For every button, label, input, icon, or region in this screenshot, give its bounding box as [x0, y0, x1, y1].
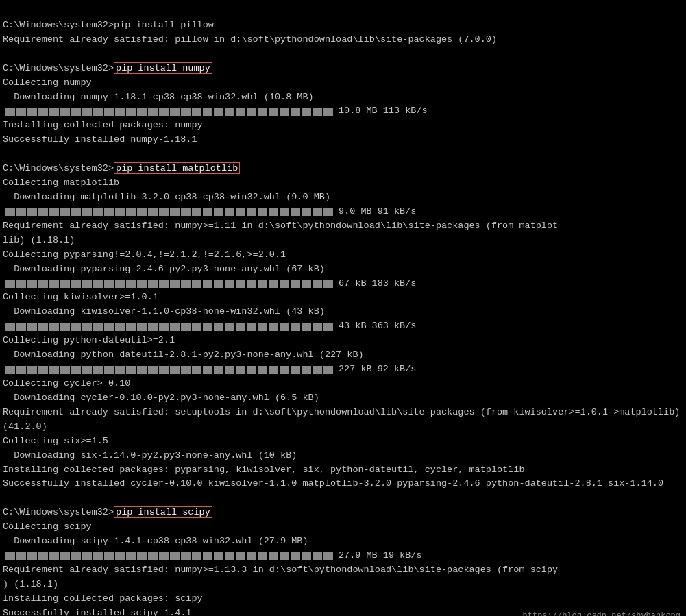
progress-segment: [203, 280, 212, 288]
progress-segment: [280, 552, 289, 560]
progress-segment: [291, 208, 300, 216]
progress-segment: [225, 366, 234, 374]
progress-segment: [214, 552, 223, 560]
progress-segment: [236, 323, 245, 331]
progress-segment: [323, 280, 333, 288]
progress-segment: [181, 280, 191, 288]
progress-segment: [104, 323, 114, 331]
progress-segment: [214, 208, 223, 216]
progress-segment: [104, 208, 114, 216]
progress-segment: [170, 208, 180, 216]
progress-segment: [181, 208, 191, 216]
progress-segment: [214, 323, 223, 331]
progress-segment: [71, 323, 81, 331]
progress-segment: [181, 552, 191, 560]
progress-segment: [159, 108, 169, 116]
progress-segment: [115, 280, 125, 288]
progress-segment: [291, 323, 300, 331]
progress-segment: [137, 366, 147, 374]
progress-bar-row: 27.9 MB 19 kB/s: [5, 549, 683, 563]
progress-segment: [203, 366, 212, 374]
progress-segment: [148, 280, 158, 288]
progress-segment: [60, 366, 70, 374]
progress-segment: [82, 208, 92, 216]
progress-segment: [203, 108, 212, 116]
progress-segment: [5, 208, 15, 216]
progress-segment: [5, 552, 15, 560]
progress-segment: [280, 280, 289, 288]
progress-segment: [236, 552, 245, 560]
progress-segment: [225, 108, 234, 116]
progress-segment: [159, 552, 169, 560]
progress-segment: [280, 208, 289, 216]
progress-segment: [71, 208, 81, 216]
progress-segment: [192, 323, 201, 331]
progress-segment: [225, 552, 234, 560]
progress-segment: [148, 323, 158, 331]
progress-segment: [192, 108, 201, 116]
progress-segment: [49, 552, 59, 560]
progress-label: 9.0 MB 91 kB/s: [339, 205, 416, 219]
progress-segment: [280, 108, 289, 116]
progress-segment: [247, 366, 256, 374]
progress-segment: [126, 280, 136, 288]
progress-segment: [60, 323, 70, 331]
progress-segment: [181, 323, 191, 331]
progress-segment: [126, 323, 136, 331]
progress-segment: [49, 108, 59, 116]
progress-segment: [192, 552, 201, 560]
progress-segment: [16, 323, 26, 331]
progress-segment: [71, 108, 81, 116]
progress-segment: [38, 323, 48, 331]
command-text: pip install scipy: [114, 506, 212, 518]
progress-segment: [49, 323, 59, 331]
progress-segment: [27, 552, 37, 560]
progress-segment: [60, 552, 70, 560]
progress-segment: [49, 366, 59, 374]
progress-segment: [93, 280, 103, 288]
progress-segment: [258, 280, 267, 288]
progress-segment: [16, 366, 26, 374]
progress-segment: [93, 323, 103, 331]
progress-segment: [258, 208, 267, 216]
progress-segment: [5, 280, 15, 288]
progress-segment: [104, 552, 114, 560]
progress-segment: [16, 552, 26, 560]
progress-segment: [27, 108, 37, 116]
progress-segment: [137, 108, 147, 116]
progress-segment: [236, 280, 245, 288]
progress-segment: [313, 552, 322, 560]
progress-segment: [214, 366, 223, 374]
progress-segment: [93, 108, 103, 116]
progress-segment: [313, 323, 322, 331]
progress-segment: [60, 208, 70, 216]
progress-segment: [93, 366, 103, 374]
progress-segment: [236, 208, 245, 216]
progress-bar-row: 67 kB 183 kB/s: [5, 277, 683, 291]
progress-segment: [71, 280, 81, 288]
progress-segment: [170, 280, 180, 288]
progress-segment: [38, 108, 48, 116]
progress-segment: [269, 366, 278, 374]
progress-segment: [16, 208, 26, 216]
progress-segment: [236, 366, 245, 374]
progress-segment: [159, 280, 169, 288]
progress-segment: [170, 323, 180, 331]
progress-segment: [203, 552, 212, 560]
command-text: pip install numpy: [114, 62, 212, 74]
progress-segment: [49, 280, 59, 288]
progress-segment: [27, 208, 37, 216]
progress-segment: [115, 366, 125, 374]
progress-segment: [302, 280, 311, 288]
progress-segment: [159, 366, 169, 374]
progress-segment: [269, 108, 278, 116]
progress-segment: [115, 552, 125, 560]
progress-segment: [170, 108, 180, 116]
progress-segment: [192, 280, 201, 288]
progress-segment: [5, 108, 15, 116]
progress-segment: [280, 366, 289, 374]
progress-segment: [269, 323, 278, 331]
progress-label: 10.8 MB 113 kB/s: [339, 104, 428, 119]
progress-segment: [269, 208, 278, 216]
progress-segment: [82, 552, 92, 560]
